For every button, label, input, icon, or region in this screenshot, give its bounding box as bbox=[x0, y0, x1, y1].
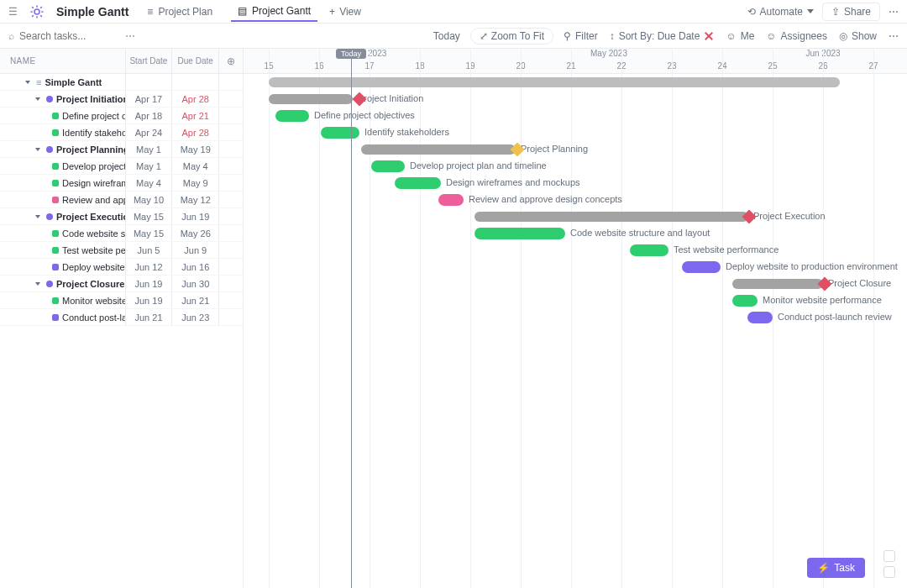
task-name-cell[interactable]: Design wireframes and mockups bbox=[0, 175, 126, 191]
filter-button[interactable]: ⚲ Filter bbox=[564, 30, 598, 42]
due-date-cell[interactable]: Apr 28 bbox=[172, 91, 219, 107]
due-date-cell[interactable]: May 19 bbox=[172, 141, 219, 157]
status-square-icon[interactable] bbox=[52, 180, 59, 186]
due-date-cell[interactable]: Jun 19 bbox=[172, 208, 219, 224]
task-name-cell[interactable]: Test website performance bbox=[0, 242, 126, 258]
gantt-bar[interactable] bbox=[395, 177, 441, 189]
task-row[interactable]: Project PlanningMay 1May 19 bbox=[0, 141, 243, 158]
caret-down-icon[interactable] bbox=[35, 97, 40, 101]
task-row[interactable]: Identify stakeholdersApr 24Apr 28 bbox=[0, 124, 243, 141]
task-row[interactable]: Code website structure and layoutMay 15M… bbox=[0, 225, 243, 242]
me-button[interactable]: ☺ Me bbox=[726, 30, 754, 42]
gantt-bar[interactable] bbox=[732, 279, 823, 289]
start-date-cell[interactable]: May 15 bbox=[126, 208, 173, 224]
gantt-bar[interactable] bbox=[474, 212, 748, 222]
share-button[interactable]: ⇪ Share bbox=[822, 3, 880, 21]
tab-project-gantt[interactable]: ▤ Project Gantt bbox=[231, 2, 317, 22]
show-button[interactable]: ◎ Show bbox=[839, 30, 877, 42]
task-name-cell[interactable]: Project Planning bbox=[0, 141, 126, 157]
due-date-cell[interactable]: Jun 23 bbox=[172, 309, 219, 325]
caret-down-icon[interactable] bbox=[35, 215, 40, 218]
start-date-cell[interactable]: Apr 18 bbox=[126, 108, 173, 123]
sidebar-toggle-icon[interactable]: ☰ bbox=[8, 6, 18, 18]
due-date-cell[interactable]: Jun 21 bbox=[172, 292, 219, 308]
task-row[interactable]: Test website performanceJun 5Jun 9 bbox=[0, 242, 243, 259]
start-date-cell[interactable]: Jun 19 bbox=[126, 292, 173, 308]
task-row[interactable]: ≡Simple Gantt bbox=[0, 74, 243, 91]
task-row[interactable]: Project ClosureJun 19Jun 30 bbox=[0, 276, 243, 292]
sort-button[interactable]: ↕ Sort By: Due Date bbox=[610, 30, 715, 42]
more-icon[interactable]: ⋯ bbox=[889, 6, 899, 18]
start-date-cell[interactable]: May 4 bbox=[126, 175, 173, 191]
column-due-header[interactable]: Due Date bbox=[172, 49, 219, 73]
search-input[interactable] bbox=[19, 30, 120, 42]
clear-sort-icon[interactable] bbox=[704, 31, 714, 41]
gantt-bar[interactable] bbox=[269, 77, 840, 87]
due-date-cell[interactable] bbox=[172, 74, 219, 90]
due-date-cell[interactable]: Jun 30 bbox=[172, 276, 219, 291]
tab-project-plan[interactable]: ≡ Project Plan bbox=[140, 3, 219, 21]
gantt-bar[interactable] bbox=[630, 244, 668, 256]
new-task-button[interactable]: ⚡ Task bbox=[807, 558, 865, 578]
due-date-cell[interactable]: May 9 bbox=[172, 175, 219, 191]
due-date-cell[interactable]: Apr 28 bbox=[172, 124, 219, 140]
start-date-cell[interactable]: May 15 bbox=[126, 225, 173, 241]
task-row[interactable]: Monitor website performanceJun 19Jun 21 bbox=[0, 292, 243, 309]
start-date-cell[interactable]: May 1 bbox=[126, 158, 173, 174]
status-square-icon[interactable] bbox=[52, 129, 59, 136]
start-date-cell[interactable]: Jun 19 bbox=[126, 276, 173, 291]
gantt-bar[interactable] bbox=[438, 194, 464, 206]
task-name-cell[interactable]: Project Execution bbox=[0, 208, 126, 224]
assignees-button[interactable]: ☺ Assignees bbox=[766, 30, 827, 42]
gantt-bar[interactable] bbox=[747, 312, 773, 323]
add-view-button[interactable]: + View bbox=[329, 6, 361, 18]
more-icon[interactable]: ⋯ bbox=[125, 30, 135, 42]
due-date-cell[interactable]: Apr 21 bbox=[172, 108, 219, 123]
task-name-cell[interactable]: Conduct post-launch review bbox=[0, 309, 126, 325]
task-name-cell[interactable]: Identify stakeholders bbox=[0, 124, 126, 140]
start-date-cell[interactable] bbox=[126, 74, 173, 90]
gantt-bar[interactable] bbox=[275, 110, 309, 122]
gantt-bar[interactable] bbox=[371, 160, 405, 172]
due-date-cell[interactable]: May 26 bbox=[172, 225, 219, 241]
start-date-cell[interactable]: Apr 24 bbox=[126, 124, 173, 140]
status-square-icon[interactable] bbox=[52, 247, 59, 254]
status-square-icon[interactable] bbox=[52, 314, 59, 321]
gantt-bar[interactable] bbox=[321, 127, 359, 139]
gantt-bar[interactable] bbox=[269, 94, 353, 104]
due-date-cell[interactable]: May 12 bbox=[172, 192, 219, 207]
start-date-cell[interactable]: Jun 21 bbox=[126, 309, 173, 325]
column-name-header[interactable]: NAME bbox=[0, 49, 126, 73]
status-square-icon[interactable] bbox=[52, 297, 59, 304]
task-row[interactable]: Project InitiationApr 17Apr 28 bbox=[0, 91, 243, 108]
task-name-cell[interactable]: Develop project plan and timeline bbox=[0, 158, 126, 174]
task-row[interactable]: Project ExecutionMay 15Jun 19 bbox=[0, 208, 243, 225]
start-date-cell[interactable]: May 10 bbox=[126, 192, 173, 207]
task-row[interactable]: Develop project plan and timelineMay 1Ma… bbox=[0, 158, 243, 175]
start-date-cell[interactable]: Apr 17 bbox=[126, 91, 173, 107]
task-row[interactable]: Review and approve design conceptsMay 10… bbox=[0, 192, 243, 208]
timeline-pane[interactable]: Apr 2023May 2023Jun 2023Jul 2023 1516171… bbox=[244, 49, 907, 588]
automate-button[interactable]: ⟲ Automate bbox=[747, 6, 814, 18]
start-date-cell[interactable]: Jun 5 bbox=[126, 242, 173, 258]
task-row[interactable]: Conduct post-launch reviewJun 21Jun 23 bbox=[0, 309, 243, 326]
start-date-cell[interactable]: Jun 12 bbox=[126, 259, 173, 275]
task-row[interactable]: Define project objectivesApr 18Apr 21 bbox=[0, 108, 243, 124]
fab-1[interactable] bbox=[883, 550, 895, 562]
caret-down-icon[interactable] bbox=[35, 282, 40, 286]
fab-2[interactable] bbox=[883, 566, 895, 578]
status-square-icon[interactable] bbox=[52, 197, 59, 203]
today-button[interactable]: Today bbox=[433, 30, 460, 42]
start-date-cell[interactable]: May 1 bbox=[126, 141, 173, 157]
due-date-cell[interactable]: May 4 bbox=[172, 158, 219, 174]
column-start-header[interactable]: Start Date bbox=[126, 49, 173, 73]
task-name-cell[interactable]: Define project objectives bbox=[0, 108, 126, 123]
caret-down-icon[interactable] bbox=[35, 148, 40, 151]
status-square-icon[interactable] bbox=[52, 163, 59, 170]
task-name-cell[interactable]: Review and approve design concepts bbox=[0, 192, 126, 207]
task-name-cell[interactable]: Project Initiation bbox=[0, 91, 126, 107]
gantt-bar[interactable] bbox=[361, 144, 516, 155]
status-square-icon[interactable] bbox=[52, 113, 59, 119]
task-name-cell[interactable]: Project Closure bbox=[0, 276, 126, 291]
task-name-cell[interactable]: Monitor website performance bbox=[0, 292, 126, 308]
